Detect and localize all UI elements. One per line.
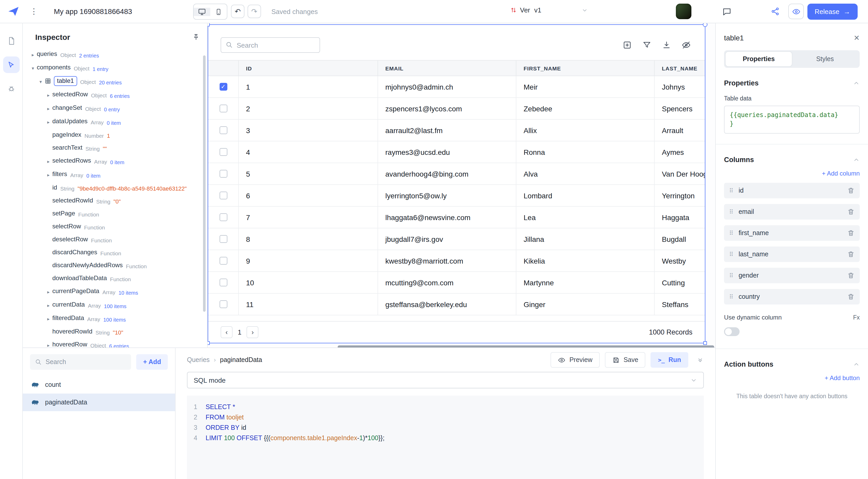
column-header-email[interactable]: EMAIL: [378, 61, 516, 75]
chevron-right-icon[interactable]: ▸: [44, 91, 52, 99]
column-item-email[interactable]: ⠿email: [724, 204, 860, 220]
tab-properties[interactable]: Properties: [725, 52, 792, 66]
dynamic-column-toggle[interactable]: [724, 327, 740, 336]
row-checkbox[interactable]: [219, 192, 227, 199]
pages-icon[interactable]: [3, 33, 20, 49]
fx-button[interactable]: Fx: [853, 314, 860, 321]
tree-node-filters[interactable]: ▸filtersArray0 item: [23, 168, 207, 182]
table-row[interactable]: 11gsteffansa@berkeley.eduGingerSteffans: [208, 294, 705, 315]
chevron-right-icon[interactable]: ▸: [44, 314, 52, 323]
table-row[interactable]: 7lhaggata6@newsvine.comLeaHaggata: [208, 206, 705, 228]
preview-query-button[interactable]: Preview: [551, 352, 600, 368]
trash-icon[interactable]: [847, 229, 855, 237]
chevron-right-icon[interactable]: ▸: [44, 170, 52, 179]
drag-handle-icon[interactable]: ⠿: [729, 187, 733, 194]
save-query-button[interactable]: Save: [605, 352, 646, 368]
comments-icon[interactable]: [722, 7, 732, 17]
tree-node-setPage[interactable]: setPageFunction: [23, 207, 207, 221]
user-avatar[interactable]: [676, 4, 691, 19]
chevron-right-icon[interactable]: ▸: [29, 50, 37, 59]
debugger-icon[interactable]: [3, 80, 20, 97]
drag-handle-icon[interactable]: ⠿: [729, 251, 733, 258]
trash-icon[interactable]: [847, 208, 855, 216]
prev-page-button[interactable]: ‹: [221, 326, 232, 338]
row-checkbox[interactable]: [219, 126, 227, 134]
chevron-right-icon[interactable]: ▸: [44, 104, 52, 113]
table-data-input[interactable]: {{queries.paginatedData.data} }: [724, 106, 860, 134]
collapse-query-panel-icon[interactable]: [696, 356, 704, 363]
app-menu-kebab-icon[interactable]: ⋮: [30, 7, 38, 16]
chevron-down-icon[interactable]: ▾: [29, 64, 37, 72]
tree-node-currentData[interactable]: ▸currentDataArray100 items: [23, 299, 207, 312]
query-item-count[interactable]: count: [23, 376, 175, 393]
table-row[interactable]: 10mcutting9@com.comMartynneCutting: [208, 272, 705, 294]
query-item-paginatedData[interactable]: paginatedData: [23, 393, 175, 411]
tree-node-discardNewlyAddedRows[interactable]: discardNewlyAddedRowsFunction: [23, 259, 207, 273]
trash-icon[interactable]: [847, 187, 855, 194]
trash-icon[interactable]: [847, 251, 855, 258]
tooljet-logo[interactable]: [7, 5, 20, 18]
column-item-country[interactable]: ⠿country: [724, 289, 860, 305]
query-search-input[interactable]: [30, 354, 131, 370]
tree-node-dataUpdates[interactable]: ▸dataUpdatesArray0 item: [23, 116, 207, 129]
row-checkbox[interactable]: ✓: [219, 83, 227, 91]
version-selector[interactable]: Ver v1: [510, 6, 588, 14]
release-button[interactable]: Release→: [807, 4, 857, 20]
row-checkbox[interactable]: [219, 148, 227, 156]
app-title[interactable]: My app 1690881866483: [54, 7, 132, 15]
tree-node-selectedRowId[interactable]: selectedRowIdString"0": [23, 195, 207, 207]
tree-node-currentPageData[interactable]: ▸currentPageDataArray10 items: [23, 285, 207, 299]
run-query-button[interactable]: >_ Run: [651, 352, 688, 368]
column-header-first_name[interactable]: FIRST_NAME: [516, 61, 655, 75]
row-checkbox[interactable]: [219, 235, 227, 243]
query-mode-select[interactable]: SQL mode: [187, 372, 704, 388]
inspector-scrollbar[interactable]: [203, 55, 206, 312]
row-checkbox[interactable]: [219, 279, 227, 286]
chevron-up-icon[interactable]: [853, 80, 860, 87]
add-column-button[interactable]: + Add column: [724, 170, 860, 177]
add-action-button[interactable]: + Add button: [724, 374, 860, 382]
inspector-icon[interactable]: [3, 57, 20, 73]
column-item-first_name[interactable]: ⠿first_name: [724, 225, 860, 241]
chevron-down-icon[interactable]: ▾: [37, 77, 44, 86]
preview-app-button[interactable]: [788, 4, 804, 19]
next-page-button[interactable]: ›: [247, 326, 258, 338]
row-checkbox[interactable]: [219, 300, 227, 308]
share-icon[interactable]: [771, 7, 780, 16]
app-canvas[interactable]: IDEMAILFIRST_NAMELAST_NAME ✓1mjohnys0@ad…: [208, 23, 715, 348]
row-checkbox[interactable]: [219, 257, 227, 265]
tree-node-changeSet[interactable]: ▸changeSetObject0 entry: [23, 102, 207, 116]
drag-handle-icon[interactable]: ⠿: [729, 209, 733, 215]
chevron-right-icon[interactable]: ▸: [44, 301, 52, 310]
table-row[interactable]: 8jbugdall7@irs.govJillanaBugdall: [208, 228, 705, 250]
resize-handle[interactable]: [208, 341, 210, 345]
column-item-gender[interactable]: ⠿gender: [724, 268, 860, 283]
tree-node-discardChanges[interactable]: discardChangesFunction: [23, 247, 207, 259]
chevron-right-icon[interactable]: ▸: [44, 157, 52, 166]
tree-node-selectRow[interactable]: selectRowFunction: [23, 221, 207, 233]
tree-node-table1[interactable]: ▾table1Object20 entries: [23, 75, 207, 89]
tree-node-searchText[interactable]: searchTextString"": [23, 142, 207, 155]
table-row[interactable]: 4raymes3@ucsd.eduRonnaAymes: [208, 141, 705, 163]
breadcrumb-root[interactable]: Queries: [187, 356, 210, 363]
download-icon[interactable]: [660, 39, 673, 51]
close-icon[interactable]: ✕: [854, 34, 860, 42]
table-row[interactable]: 3aarrault2@last.fmAllixArrault: [208, 120, 705, 141]
table-row[interactable]: ✓1mjohnys0@admin.chMeirJohnys: [208, 76, 705, 98]
resize-handle[interactable]: [703, 341, 707, 345]
drag-handle-icon[interactable]: ⠿: [729, 293, 733, 300]
tree-node-hoveredRow[interactable]: ▸hoveredRowObject6 entries: [23, 339, 207, 348]
column-header-id[interactable]: ID: [239, 61, 378, 75]
table-row[interactable]: 5avanderhoog4@bing.comAlvaVan Der Hoog: [208, 163, 705, 185]
tree-node-selectedRows[interactable]: ▸selectedRowsArray0 item: [23, 155, 207, 168]
chevron-up-icon[interactable]: [853, 156, 860, 163]
chevron-right-icon[interactable]: ▸: [44, 341, 52, 348]
tree-node-filteredData[interactable]: ▸filteredDataArray100 items: [23, 312, 207, 326]
tab-styles[interactable]: Styles: [792, 52, 858, 66]
pin-panel-icon[interactable]: [192, 33, 200, 41]
row-checkbox[interactable]: [219, 213, 227, 221]
chevron-right-icon[interactable]: ▸: [44, 118, 52, 126]
drag-handle-icon[interactable]: ⠿: [729, 230, 733, 236]
tree-node-queries[interactable]: ▸queriesObject2 entries: [23, 48, 207, 62]
sql-code-editor[interactable]: 1SELECT *2FROM tooljet3ORDER BY id4LIMIT…: [187, 395, 704, 479]
